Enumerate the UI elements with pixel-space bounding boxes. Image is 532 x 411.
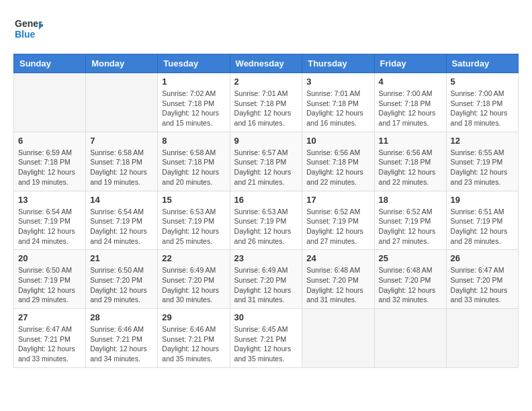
calendar-cell: 26Sunrise: 6:47 AM Sunset: 7:20 PM Dayli… <box>446 250 518 309</box>
calendar-header-wednesday: Wednesday <box>230 54 302 73</box>
day-info: Sunrise: 6:50 AM Sunset: 7:20 PM Dayligh… <box>90 265 153 305</box>
day-number: 7 <box>90 136 153 146</box>
day-number: 18 <box>379 195 442 205</box>
day-info: Sunrise: 6:47 AM Sunset: 7:20 PM Dayligh… <box>451 265 514 305</box>
day-number: 22 <box>162 253 225 263</box>
calendar-cell <box>86 73 158 132</box>
calendar-cell: 20Sunrise: 6:50 AM Sunset: 7:19 PM Dayli… <box>14 250 86 309</box>
day-number: 29 <box>162 312 225 322</box>
calendar-header-thursday: Thursday <box>302 54 374 73</box>
calendar-cell: 19Sunrise: 6:51 AM Sunset: 7:19 PM Dayli… <box>446 191 518 250</box>
day-number: 9 <box>234 136 298 146</box>
day-info: Sunrise: 7:02 AM Sunset: 7:18 PM Dayligh… <box>162 89 225 128</box>
day-info: Sunrise: 6:54 AM Sunset: 7:19 PM Dayligh… <box>90 207 153 246</box>
day-info: Sunrise: 6:46 AM Sunset: 7:21 PM Dayligh… <box>162 324 225 364</box>
day-number: 15 <box>162 195 225 205</box>
calendar-cell: 28Sunrise: 6:46 AM Sunset: 7:21 PM Dayli… <box>86 309 158 368</box>
calendar-header-sunday: Sunday <box>14 54 86 73</box>
calendar-cell <box>446 309 518 368</box>
calendar-cell: 17Sunrise: 6:52 AM Sunset: 7:19 PM Dayli… <box>302 191 374 250</box>
svg-text:General: General <box>15 18 43 29</box>
svg-text:Blue: Blue <box>15 29 36 40</box>
calendar-header-row: SundayMondayTuesdayWednesdayThursdayFrid… <box>14 54 519 73</box>
day-info: Sunrise: 6:51 AM Sunset: 7:19 PM Dayligh… <box>451 207 514 246</box>
day-info: Sunrise: 6:57 AM Sunset: 7:18 PM Dayligh… <box>234 148 298 187</box>
calendar-cell: 22Sunrise: 6:49 AM Sunset: 7:20 PM Dayli… <box>158 250 230 309</box>
day-number: 19 <box>451 195 514 205</box>
calendar-cell: 14Sunrise: 6:54 AM Sunset: 7:19 PM Dayli… <box>86 191 158 250</box>
day-number: 25 <box>379 253 442 263</box>
calendar-cell: 21Sunrise: 6:50 AM Sunset: 7:20 PM Dayli… <box>86 250 158 309</box>
calendar-cell: 18Sunrise: 6:52 AM Sunset: 7:19 PM Dayli… <box>374 191 446 250</box>
day-info: Sunrise: 6:56 AM Sunset: 7:18 PM Dayligh… <box>379 148 442 187</box>
calendar-cell: 24Sunrise: 6:48 AM Sunset: 7:20 PM Dayli… <box>302 250 374 309</box>
day-number: 30 <box>234 312 298 322</box>
calendar-header-friday: Friday <box>374 54 446 73</box>
calendar-cell: 9Sunrise: 6:57 AM Sunset: 7:18 PM Daylig… <box>230 132 302 191</box>
page-header: General Blue <box>13 13 519 43</box>
day-info: Sunrise: 6:46 AM Sunset: 7:21 PM Dayligh… <box>90 324 153 364</box>
day-info: Sunrise: 6:45 AM Sunset: 7:21 PM Dayligh… <box>234 324 298 364</box>
calendar-cell: 6Sunrise: 6:59 AM Sunset: 7:18 PM Daylig… <box>14 132 86 191</box>
day-info: Sunrise: 6:52 AM Sunset: 7:19 PM Dayligh… <box>379 207 442 246</box>
day-info: Sunrise: 6:58 AM Sunset: 7:18 PM Dayligh… <box>90 148 153 187</box>
day-number: 23 <box>234 253 298 263</box>
calendar-cell <box>14 73 86 132</box>
day-info: Sunrise: 6:49 AM Sunset: 7:20 PM Dayligh… <box>234 265 298 305</box>
day-number: 17 <box>306 195 369 205</box>
calendar-cell: 23Sunrise: 6:49 AM Sunset: 7:20 PM Dayli… <box>230 250 302 309</box>
day-number: 1 <box>162 77 225 87</box>
calendar-cell: 15Sunrise: 6:53 AM Sunset: 7:19 PM Dayli… <box>158 191 230 250</box>
logo-svg: General Blue <box>13 13 43 43</box>
calendar-cell: 16Sunrise: 6:53 AM Sunset: 7:19 PM Dayli… <box>230 191 302 250</box>
day-number: 14 <box>90 195 153 205</box>
calendar-cell: 29Sunrise: 6:46 AM Sunset: 7:21 PM Dayli… <box>158 309 230 368</box>
day-info: Sunrise: 6:47 AM Sunset: 7:21 PM Dayligh… <box>18 324 81 364</box>
day-info: Sunrise: 6:59 AM Sunset: 7:18 PM Dayligh… <box>18 148 81 187</box>
calendar-cell: 3Sunrise: 7:01 AM Sunset: 7:18 PM Daylig… <box>302 73 374 132</box>
day-info: Sunrise: 7:01 AM Sunset: 7:18 PM Dayligh… <box>306 89 369 128</box>
calendar-table: SundayMondayTuesdayWednesdayThursdayFrid… <box>13 54 519 368</box>
day-number: 26 <box>451 253 514 263</box>
day-info: Sunrise: 6:58 AM Sunset: 7:18 PM Dayligh… <box>162 148 225 187</box>
calendar-week-row: 13Sunrise: 6:54 AM Sunset: 7:19 PM Dayli… <box>14 191 519 250</box>
day-info: Sunrise: 6:50 AM Sunset: 7:19 PM Dayligh… <box>18 265 81 305</box>
day-number: 3 <box>306 77 369 87</box>
day-info: Sunrise: 6:53 AM Sunset: 7:19 PM Dayligh… <box>234 207 298 246</box>
day-number: 20 <box>18 253 81 263</box>
day-number: 13 <box>18 195 81 205</box>
calendar-week-row: 20Sunrise: 6:50 AM Sunset: 7:19 PM Dayli… <box>14 250 519 309</box>
calendar-cell: 12Sunrise: 6:55 AM Sunset: 7:19 PM Dayli… <box>446 132 518 191</box>
day-info: Sunrise: 6:48 AM Sunset: 7:20 PM Dayligh… <box>379 265 442 305</box>
day-info: Sunrise: 6:48 AM Sunset: 7:20 PM Dayligh… <box>306 265 369 305</box>
day-number: 21 <box>90 253 153 263</box>
calendar-header-monday: Monday <box>86 54 158 73</box>
day-number: 28 <box>90 312 153 322</box>
calendar-cell: 7Sunrise: 6:58 AM Sunset: 7:18 PM Daylig… <box>86 132 158 191</box>
day-info: Sunrise: 7:00 AM Sunset: 7:18 PM Dayligh… <box>451 89 514 128</box>
calendar-cell: 10Sunrise: 6:56 AM Sunset: 7:18 PM Dayli… <box>302 132 374 191</box>
day-number: 8 <box>162 136 225 146</box>
day-number: 6 <box>18 136 81 146</box>
calendar-week-row: 1Sunrise: 7:02 AM Sunset: 7:18 PM Daylig… <box>14 73 519 132</box>
calendar-cell: 5Sunrise: 7:00 AM Sunset: 7:18 PM Daylig… <box>446 73 518 132</box>
calendar-cell: 30Sunrise: 6:45 AM Sunset: 7:21 PM Dayli… <box>230 309 302 368</box>
day-number: 10 <box>306 136 369 146</box>
day-info: Sunrise: 6:49 AM Sunset: 7:20 PM Dayligh… <box>162 265 225 305</box>
calendar-week-row: 27Sunrise: 6:47 AM Sunset: 7:21 PM Dayli… <box>14 309 519 368</box>
calendar-week-row: 6Sunrise: 6:59 AM Sunset: 7:18 PM Daylig… <box>14 132 519 191</box>
calendar-cell: 27Sunrise: 6:47 AM Sunset: 7:21 PM Dayli… <box>14 309 86 368</box>
calendar-cell <box>374 309 446 368</box>
day-number: 24 <box>306 253 369 263</box>
day-number: 2 <box>234 77 298 87</box>
logo: General Blue <box>13 13 43 43</box>
day-info: Sunrise: 7:01 AM Sunset: 7:18 PM Dayligh… <box>234 89 298 128</box>
calendar-cell: 4Sunrise: 7:00 AM Sunset: 7:18 PM Daylig… <box>374 73 446 132</box>
calendar-header-saturday: Saturday <box>446 54 518 73</box>
calendar-header-tuesday: Tuesday <box>158 54 230 73</box>
day-info: Sunrise: 6:54 AM Sunset: 7:19 PM Dayligh… <box>18 207 81 246</box>
calendar-cell: 1Sunrise: 7:02 AM Sunset: 7:18 PM Daylig… <box>158 73 230 132</box>
day-number: 27 <box>18 312 81 322</box>
day-info: Sunrise: 6:56 AM Sunset: 7:18 PM Dayligh… <box>306 148 369 187</box>
calendar-cell: 13Sunrise: 6:54 AM Sunset: 7:19 PM Dayli… <box>14 191 86 250</box>
